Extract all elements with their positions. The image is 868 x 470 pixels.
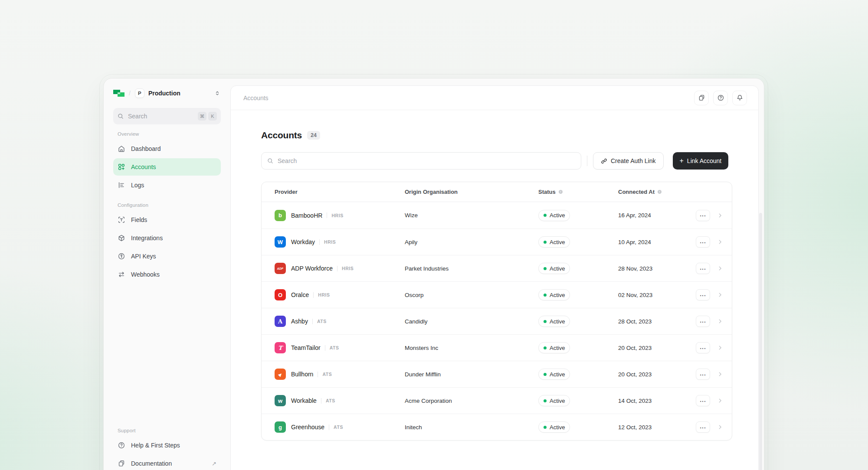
provider-name: Bullhorn bbox=[291, 371, 313, 378]
provider-name: Workable bbox=[291, 397, 317, 404]
table-row[interactable]: b BambooHR HRIS Wize Active 16 Apr, 2024… bbox=[262, 202, 732, 228]
divider bbox=[337, 266, 337, 271]
connected-at-date: 16 Apr, 2024 bbox=[618, 212, 691, 219]
provider-category-tag: HRIS bbox=[318, 292, 330, 297]
row-actions-button[interactable]: ... bbox=[696, 236, 710, 248]
sidebar-item-fields[interactable]: Fields bbox=[113, 211, 221, 228]
docs-button[interactable] bbox=[694, 91, 709, 105]
sidebar-item-webhooks[interactable]: Webhooks bbox=[113, 266, 221, 283]
breadcrumb: Accounts bbox=[243, 95, 269, 101]
column-header-connected-at: Connected At i bbox=[618, 189, 691, 195]
row-actions-button[interactable]: ... bbox=[696, 395, 710, 406]
provider-name: Oralce bbox=[291, 291, 309, 298]
info-icon[interactable]: i bbox=[559, 190, 563, 194]
connected-at-date: 28 Oct, 2023 bbox=[618, 318, 691, 325]
sidebar-item-logs[interactable]: Logs bbox=[113, 176, 221, 194]
accounts-count-badge: 24 bbox=[307, 131, 320, 140]
shortcut-keys: ⌘ K bbox=[198, 112, 217, 121]
info-icon[interactable]: i bbox=[658, 190, 662, 194]
help-circle-icon bbox=[717, 94, 724, 101]
table-row[interactable]: ADP ADP Workforce HRIS Parket Industries… bbox=[262, 255, 732, 281]
row-actions-button[interactable]: ... bbox=[696, 263, 710, 274]
sidebar-item-help[interactable]: Help & First Steps bbox=[113, 437, 221, 454]
divider bbox=[312, 319, 313, 324]
sidebar-item-api-keys[interactable]: API Keys bbox=[113, 248, 221, 265]
origin-organisation: Parket Industries bbox=[405, 265, 538, 272]
create-auth-link-button[interactable]: Create Auth Link bbox=[593, 152, 664, 170]
status-badge: Active bbox=[538, 369, 570, 380]
chevron-updown-icon[interactable] bbox=[214, 90, 221, 97]
table-row[interactable]: W Workday HRIS Apily Active 10 Apr, 2024… bbox=[262, 228, 732, 255]
row-actions-button[interactable]: ... bbox=[696, 369, 710, 380]
status-badge: Active bbox=[538, 421, 570, 433]
divider bbox=[321, 398, 321, 404]
row-actions-button[interactable]: ... bbox=[696, 342, 710, 353]
accounts-table: Provider Origin Organisation Status i Co… bbox=[261, 182, 732, 441]
provider-category-tag: ATS bbox=[322, 372, 332, 377]
provider-logo-icon: W bbox=[275, 236, 286, 248]
provider-name: Ashby bbox=[291, 318, 308, 325]
column-header-origin-organisation: Origin Organisation bbox=[405, 189, 538, 195]
org-switcher[interactable]: / P Production bbox=[113, 88, 221, 98]
section-label-support: Support bbox=[113, 428, 221, 433]
divider bbox=[329, 424, 329, 430]
provider-category-tag: ATS bbox=[317, 319, 327, 324]
link-account-button[interactable]: + Link Account bbox=[673, 152, 729, 170]
plus-icon: + bbox=[680, 157, 684, 165]
environment-badge: P bbox=[135, 88, 144, 98]
chevron-right-icon bbox=[717, 292, 723, 298]
sidebar-item-label: Fields bbox=[131, 216, 147, 223]
table-row[interactable]: g Greenhouse ATS Initech Active 12 Oct, … bbox=[262, 414, 732, 440]
provider-logo-icon: ▶ bbox=[275, 369, 286, 380]
sidebar-item-dashboard[interactable]: Dashboard bbox=[113, 140, 221, 157]
provider-logo-icon: ADP bbox=[275, 263, 286, 274]
connected-at-date: 20 Oct, 2023 bbox=[618, 345, 691, 351]
help-circle-icon bbox=[118, 441, 125, 449]
external-link-icon: ↗ bbox=[212, 460, 216, 467]
arrows-swap-icon bbox=[118, 271, 125, 278]
connected-at-date: 02 Nov, 2023 bbox=[618, 292, 691, 298]
sidebar-item-integrations[interactable]: Integrations bbox=[113, 229, 221, 247]
table-row[interactable]: ▶ Bullhorn ATS Dunder Mifflin Active 20 … bbox=[262, 361, 732, 387]
row-actions-button[interactable]: ... bbox=[696, 316, 710, 327]
table-row[interactable]: O Oralce HRIS Oscorp Active 02 Nov, 2023… bbox=[262, 281, 732, 308]
table-body: b BambooHR HRIS Wize Active 16 Apr, 2024… bbox=[262, 202, 732, 440]
status-badge: Active bbox=[538, 395, 570, 406]
provider-name: TeamTailor bbox=[291, 344, 321, 351]
fields-type-icon bbox=[118, 216, 125, 224]
table-row[interactable]: w Workable ATS Acme Corporation Active 1… bbox=[262, 387, 732, 414]
sidebar-search-button[interactable]: Search ⌘ K bbox=[113, 108, 221, 124]
sidebar-item-documentation[interactable]: Documentation ↗ bbox=[113, 455, 221, 470]
table-row[interactable]: T TeamTailor ATS Monsters Inc Active 20 … bbox=[262, 334, 732, 361]
row-actions-button[interactable]: ... bbox=[696, 421, 710, 433]
origin-organisation: Initech bbox=[405, 424, 538, 431]
logs-list-icon bbox=[118, 181, 125, 189]
notifications-button[interactable] bbox=[732, 91, 747, 105]
table-header-row: Provider Origin Organisation Status i Co… bbox=[262, 182, 732, 202]
row-actions-button[interactable]: ... bbox=[696, 210, 710, 221]
connected-at-date: 12 Oct, 2023 bbox=[618, 424, 691, 431]
chevron-right-icon bbox=[717, 239, 723, 245]
sidebar-item-accounts[interactable]: Accounts bbox=[113, 158, 221, 176]
provider-category-tag: ATS bbox=[330, 345, 339, 350]
origin-organisation: Monsters Inc bbox=[405, 345, 538, 351]
status-badge: Active bbox=[538, 236, 570, 248]
provider-category-tag: HRIS bbox=[342, 266, 354, 271]
status-dot-icon bbox=[544, 214, 547, 217]
provider-logo-icon: w bbox=[275, 395, 286, 406]
section-label-overview: Overview bbox=[113, 131, 221, 137]
table-row[interactable]: A Ashby ATS Candidly Active 28 Oct, 2023… bbox=[262, 308, 732, 334]
connected-at-date: 10 Apr, 2024 bbox=[618, 239, 691, 245]
row-actions-button[interactable]: ... bbox=[696, 289, 710, 300]
sidebar-item-label: Help & First Steps bbox=[131, 442, 180, 449]
divider bbox=[327, 212, 327, 218]
status-dot-icon bbox=[544, 399, 547, 402]
topbar: Accounts bbox=[231, 86, 758, 110]
origin-organisation: Dunder Mifflin bbox=[405, 371, 538, 378]
scrollbar[interactable] bbox=[759, 213, 762, 470]
status-dot-icon bbox=[544, 267, 547, 270]
accounts-search[interactable] bbox=[261, 152, 581, 170]
search-input[interactable] bbox=[278, 157, 576, 164]
help-button[interactable] bbox=[713, 91, 728, 105]
divider bbox=[318, 372, 318, 377]
